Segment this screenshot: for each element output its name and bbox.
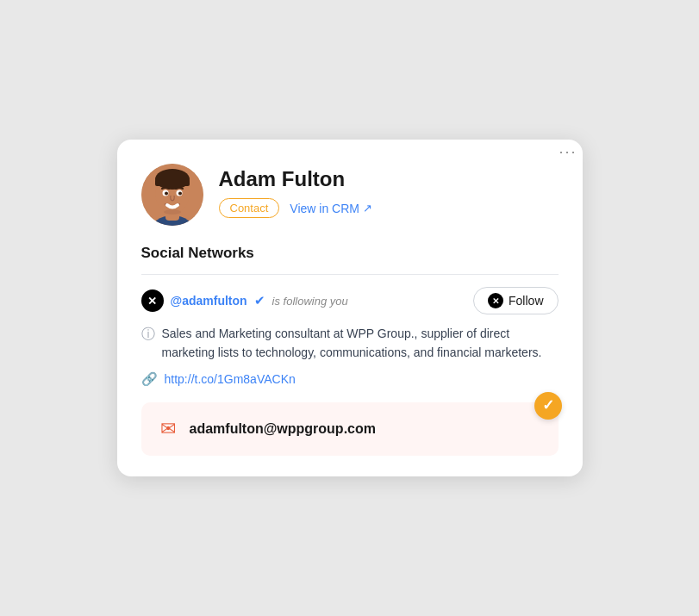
contact-badge: Contact — [219, 198, 280, 218]
check-icon: ✓ — [542, 396, 554, 414]
email-address: adamfulton@wppgroup.com — [190, 421, 376, 437]
link-icon: 🔗 — [141, 371, 158, 387]
svg-point-8 — [165, 192, 168, 196]
twitter-left: ✕ @adamfulton ✔ is following you — [141, 289, 348, 312]
header-actions: Contact View in CRM ↗ — [219, 198, 559, 218]
profile-header: Adam Fulton Contact View in CRM ↗ — [141, 164, 559, 226]
profile-name: Adam Fulton — [219, 167, 559, 191]
svg-point-9 — [178, 192, 182, 196]
follow-button-x-icon: ✕ — [488, 293, 503, 308]
social-networks-section: Social Networks ✕ @adamfulton ✔ is follo… — [141, 245, 559, 386]
checkmark-badge: ✓ — [534, 392, 562, 420]
twitter-row: ✕ @adamfulton ✔ is following you ✕ Follo… — [141, 287, 559, 314]
more-options-button[interactable]: ··· — [553, 140, 582, 165]
profile-info: Adam Fulton Contact View in CRM ↗ — [219, 164, 559, 218]
following-status-text: is following you — [272, 295, 348, 308]
avatar — [141, 164, 203, 226]
divider — [141, 274, 559, 275]
email-card: ✉ adamfulton@wppgroup.com — [141, 402, 559, 456]
link-row: 🔗 http://t.co/1Gm8aVACKn — [141, 371, 559, 387]
external-link-icon: ↗ — [363, 202, 372, 215]
x-logo-icon: ✕ — [141, 289, 164, 312]
bio-text: Sales and Marketing consultant at WPP Gr… — [162, 325, 559, 362]
info-icon: ⓘ — [141, 326, 155, 344]
email-section: ✉ adamfulton@wppgroup.com ✓ — [141, 402, 559, 456]
svg-rect-5 — [155, 179, 190, 186]
avatar-image — [141, 164, 203, 226]
follow-button[interactable]: ✕ Follow — [473, 287, 558, 314]
bio-row: ⓘ Sales and Marketing consultant at WPP … — [141, 325, 559, 362]
twitter-handle-link[interactable]: @adamfulton — [171, 294, 247, 308]
verified-icon: ✔ — [254, 293, 265, 308]
view-in-crm-link[interactable]: View in CRM ↗ — [290, 202, 372, 215]
profile-card: ··· — [117, 140, 583, 476]
svg-point-10 — [164, 209, 181, 215]
section-title: Social Networks — [141, 245, 559, 262]
profile-url-link[interactable]: http://t.co/1Gm8aVACKn — [165, 372, 296, 386]
email-icon: ✉ — [160, 418, 176, 440]
